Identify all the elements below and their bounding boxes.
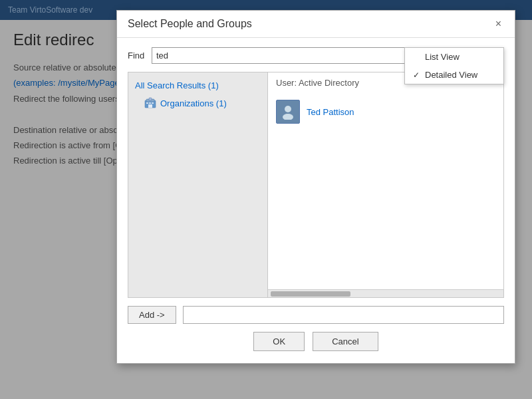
dialog-title: Select People and Groups [128,18,252,30]
action-row: OK Cancel [128,332,504,354]
detailed-view-checkmark: ✓ [413,70,421,80]
search-panels: All Search Results (1) Organizations (1) [128,72,504,298]
svg-point-7 [285,106,291,112]
svg-rect-4 [149,102,151,104]
list-view-label: List View [425,52,460,62]
organizations-item[interactable]: Organizations (1) [128,94,267,112]
right-panel: User: Active Directory Ted Pattison [268,72,503,289]
add-row: Add -> [128,306,504,324]
view-dropdown: List View ✓ Detailed View [404,47,504,84]
detailed-view-option[interactable]: ✓ Detailed View [405,66,503,84]
user-avatar [276,100,300,124]
svg-point-8 [283,114,293,120]
dialog-close-button[interactable]: × [493,17,504,31]
panel-scrollbar [268,289,503,297]
select-people-dialog: Select People and Groups × Find × List V… [116,10,515,364]
organization-icon [144,97,156,109]
svg-rect-2 [149,98,152,100]
detailed-view-label: Detailed View [425,70,477,80]
organizations-label: Organizations (1) [160,98,227,108]
add-button[interactable]: Add -> [128,306,176,324]
add-field[interactable] [183,306,504,324]
find-label: Find [128,51,146,61]
svg-rect-5 [152,102,154,104]
user-name[interactable]: Ted Pattison [307,107,354,117]
dialog-titlebar: Select People and Groups × [117,11,515,38]
ok-button[interactable]: OK [253,332,305,351]
svg-rect-3 [146,102,148,104]
svg-rect-6 [148,104,152,108]
list-view-checkmark [413,53,421,62]
user-avatar-icon [280,104,296,120]
dialog-body: Find × List View ✓ Detailed View [117,38,515,363]
right-panel-container: User: Active Directory Ted Pattison [268,72,503,297]
left-panel: All Search Results (1) Organizations (1) [128,72,268,297]
panel-scrollbar-thumb[interactable] [271,291,350,297]
find-row: Find × List View ✓ Detailed View [128,47,504,64]
user-item[interactable]: Ted Pattison [276,97,495,126]
list-view-option[interactable]: List View [405,48,503,66]
all-search-results-header[interactable]: All Search Results (1) [128,78,267,94]
cancel-button[interactable]: Cancel [313,332,378,351]
